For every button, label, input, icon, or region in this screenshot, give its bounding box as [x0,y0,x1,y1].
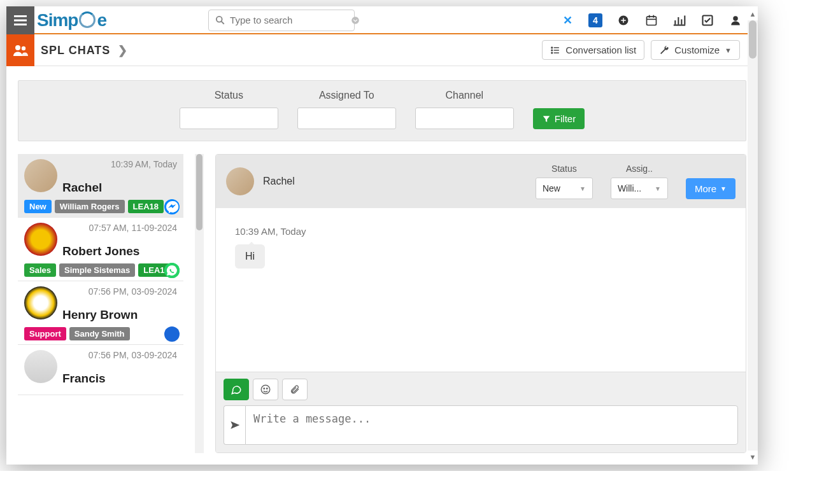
message-text: Hi [245,251,255,262]
user-icon[interactable] [728,13,742,27]
scroll-up-icon[interactable]: ▲ [748,8,758,20]
scroll-down-icon[interactable]: ▼ [748,451,758,463]
customize-label: Customize [674,45,720,55]
search-icon [215,15,225,25]
paperclip-icon [290,384,300,395]
compose-message-tab[interactable] [224,379,249,400]
conversation-scrollbar[interactable] [195,154,204,453]
scroll-thumb[interactable] [749,20,757,59]
add-icon[interactable] [616,13,630,27]
logo-text: mp [52,10,78,31]
send-button[interactable] [224,405,245,445]
conversation-item[interactable]: 07:56 PM, 03-09-2024 Henry Brown Support… [18,281,183,345]
conversation-list-button[interactable]: Conversation list [542,40,644,60]
conversation-time: 07:56 PM, 03-09-2024 [62,350,177,360]
window-scrollbar[interactable]: ▲ ▼ [748,20,758,451]
logo-wheel-icon [79,11,96,28]
chart-icon[interactable] [672,13,686,27]
messenger-icon [164,199,180,214]
chat-header: Rachel Status New ▼ Assig.. Willi... ▼ [216,155,746,208]
conversation-time: 07:56 PM, 03-09-2024 [62,286,177,297]
x-app-icon[interactable]: ✕ [560,13,574,27]
filter-button-label: Filter [555,113,576,124]
filter-status-input[interactable] [180,108,278,129]
conversation-list: 10:39 AM, Today Rachel NewWilliam Rogers… [18,154,183,453]
funnel-icon [542,115,551,123]
badge: Sandy Smith [69,327,130,340]
tasks-icon[interactable] [700,13,714,27]
svg-point-26 [267,388,268,389]
caret-down-icon: ▼ [655,185,661,192]
sms-icon [164,326,180,342]
conversation-item[interactable]: 10:39 AM, Today Rachel NewWilliam Rogers… [18,154,183,218]
global-search[interactable] [208,10,355,31]
conversation-time: 10:39 AM, Today [62,159,177,169]
more-button[interactable]: More ▼ [686,178,735,199]
topbar: Simpe ✕ 4 [6,6,758,34]
avatar [24,159,57,192]
badge: Simple Sistemas [59,263,135,277]
caret-down-icon: ▼ [720,185,727,192]
compose-emoji-tab[interactable] [253,379,278,400]
chat-panel: Rachel Status New ▼ Assig.. Willi... ▼ [215,154,746,453]
svg-point-25 [264,388,265,389]
calendar-icon[interactable] [644,13,658,27]
chat-status-value: New [543,183,560,193]
svg-point-14 [733,16,738,21]
filter-channel-input[interactable] [415,108,514,129]
left-sidebar [6,34,34,66]
conversation-list-label: Conversation list [565,45,636,55]
message-bubble: Hi [235,244,265,269]
avatar [24,223,57,256]
filter-assigned-label: Assigned To [319,90,374,101]
chat-assigned-label: Assig.. [626,164,653,174]
caret-down-icon: ▼ [579,185,586,192]
more-button-label: More [695,183,716,194]
conversation-item[interactable]: 07:56 PM, 03-09-2024 Francis [18,345,183,395]
svg-point-22 [551,52,553,53]
svg-point-24 [261,385,270,394]
wrench-icon [659,45,669,55]
badge: New [24,200,52,213]
filter-bar: Status Assigned To Channel Filter [18,80,746,141]
chevron-down-icon[interactable] [351,16,360,25]
users-icon [13,43,28,58]
badge: Sales [24,263,56,277]
page-title: SPL CHATS ❯ [41,43,128,57]
filter-channel-label: Channel [446,90,484,101]
filter-assigned-input[interactable] [297,108,396,129]
chevron-right-icon[interactable]: ❯ [118,44,128,57]
filter-status-label: Status [215,90,243,101]
svg-point-0 [217,17,222,22]
search-input[interactable] [230,15,351,25]
hamburger-icon [14,15,27,25]
contact-name: Rachel [263,176,295,187]
message-timestamp: 10:39 AM, Today [235,226,727,237]
chat-status-label: Status [551,164,577,174]
hamburger-menu-button[interactable] [6,6,34,34]
svg-rect-4 [647,17,657,25]
compose-area [216,372,746,452]
page-subheader: SPL CHATS ❯ Conversation list Customize … [6,34,758,66]
chat-assigned-select[interactable]: Willi... ▼ [611,178,668,199]
svg-point-15 [15,45,20,50]
contact-avatar [226,167,254,195]
svg-point-20 [551,47,553,48]
list-icon [550,46,560,55]
svg-line-1 [221,21,224,24]
speech-icon [231,384,242,395]
customize-button[interactable]: Customize ▼ [651,40,740,60]
filter-button[interactable]: Filter [533,108,585,129]
avatar [24,350,57,383]
foursquare-icon[interactable]: 4 [588,13,602,27]
compose-attach-tab[interactable] [282,379,308,400]
message-input[interactable] [245,405,738,445]
conversation-item[interactable]: 07:57 AM, 11-09-2024 Robert Jones SalesS… [18,218,183,281]
chat-status-select[interactable]: New ▼ [536,178,593,199]
badge: LEA18 [128,200,164,213]
conversation-time: 07:57 AM, 11-09-2024 [62,223,177,233]
chat-body: 10:39 AM, Today Hi [216,208,746,372]
smile-icon [260,384,271,395]
sidebar-chats-button[interactable] [6,34,34,66]
whatsapp-icon [164,263,180,278]
